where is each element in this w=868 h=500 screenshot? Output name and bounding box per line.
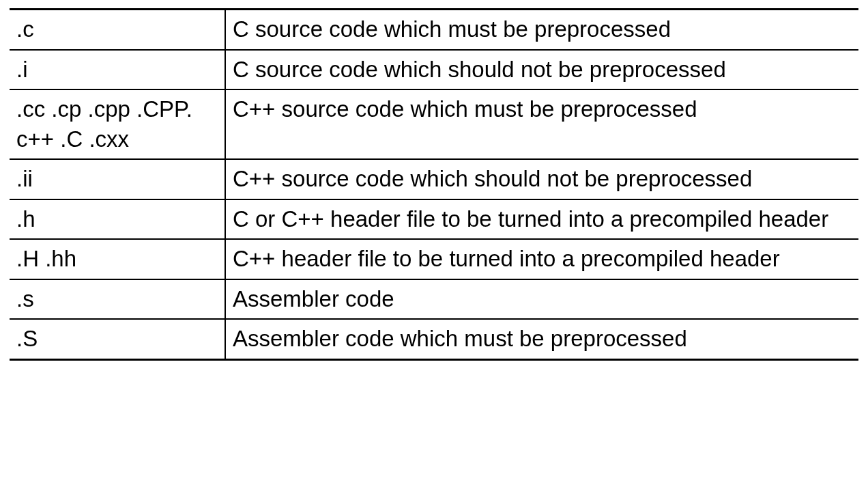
description-cell: C source code which must be preprocessed: [225, 10, 858, 50]
description-cell: Assembler code: [225, 279, 858, 320]
description-cell: C++ header file to be turned into a prec…: [225, 239, 858, 279]
extension-cell: .c: [10, 10, 225, 50]
extension-cell: .S: [10, 319, 225, 359]
table-row: .S Assembler code which must be preproce…: [10, 319, 858, 359]
extension-cell: .H .hh: [10, 239, 225, 279]
description-cell: C++ source code which should not be prep…: [225, 159, 858, 199]
table-row: .c C source code which must be preproces…: [10, 10, 858, 50]
description-cell: C or C++ header file to be turned into a…: [225, 199, 858, 240]
description-cell: Assembler code which must be preprocesse…: [225, 319, 858, 359]
extension-cell: .ii: [10, 159, 225, 199]
table-row: .i C source code which should not be pre…: [10, 50, 858, 90]
table-row: .ii C++ source code which should not be …: [10, 159, 858, 199]
extension-cell: .i: [10, 50, 225, 90]
extension-cell: .s: [10, 279, 225, 320]
table-row: .H .hh C++ header file to be turned into…: [10, 239, 858, 279]
description-cell: C source code which should not be prepro…: [225, 50, 858, 90]
table-row: .s Assembler code: [10, 279, 858, 320]
extension-cell: .h: [10, 199, 225, 240]
table-row: .cc .cp .cpp .CPP. c++ .C .cxx C++ sourc…: [10, 89, 858, 159]
description-cell: C++ source code which must be preprocess…: [225, 89, 858, 159]
table-row: .h C or C++ header file to be turned int…: [10, 199, 858, 240]
file-extension-table: .c C source code which must be preproces…: [10, 8, 858, 361]
extension-cell: .cc .cp .cpp .CPP. c++ .C .cxx: [10, 89, 225, 159]
